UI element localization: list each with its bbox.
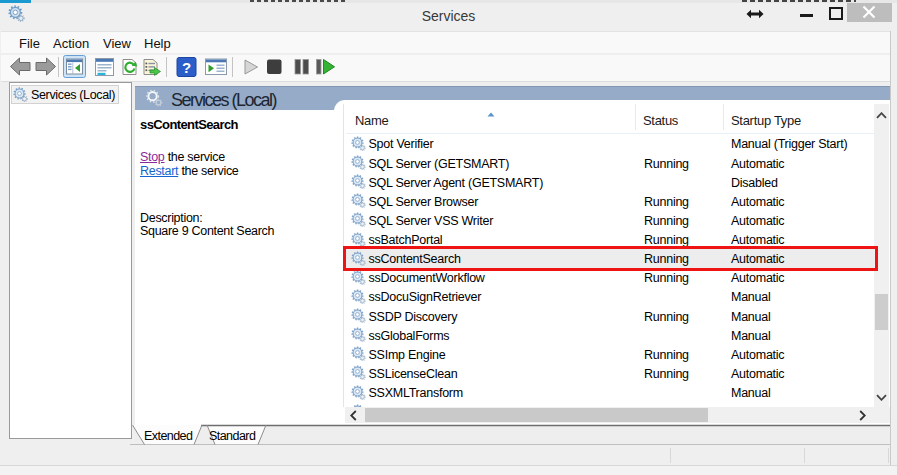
svg-text:?: ? bbox=[182, 59, 191, 76]
